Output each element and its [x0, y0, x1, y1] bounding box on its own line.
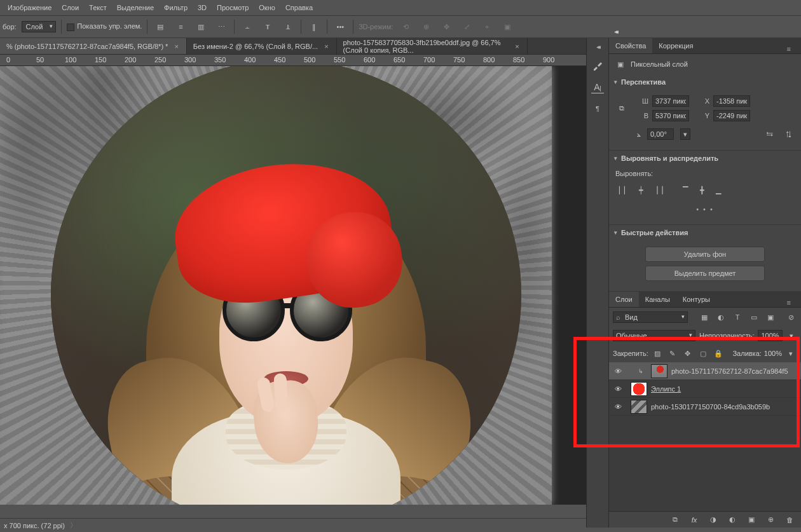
angle-input[interactable]: [647, 128, 674, 140]
tab-corrections[interactable]: Коррекция: [652, 38, 699, 53]
menu-help[interactable]: Справка: [280, 1, 318, 14]
align-left-edges-icon[interactable]: ▏▏: [618, 184, 631, 196]
align-center-h-icon[interactable]: ≡: [173, 19, 188, 34]
auto-select-dropdown[interactable]: Слой: [22, 21, 57, 32]
angle-dropdown-icon[interactable]: ▾: [680, 128, 690, 140]
close-icon[interactable]: ×: [514, 43, 520, 50]
layer-name[interactable]: photo-1571175762712-87cac7a984f5: [671, 367, 801, 375]
align-h-centers-icon[interactable]: ┿: [634, 184, 647, 196]
close-icon[interactable]: ×: [323, 43, 329, 50]
flip-horizontal-icon[interactable]: ⮀: [763, 128, 776, 140]
layer-name[interactable]: Эллипс 1: [651, 385, 801, 393]
menu-view[interactable]: Просмотр: [212, 1, 254, 14]
new-layer-icon[interactable]: ⊕: [764, 514, 777, 526]
3d-camera-icon: ▣: [500, 19, 515, 34]
layer-mask-icon[interactable]: ◑: [707, 514, 720, 526]
align-top-edges-icon[interactable]: ▔: [679, 184, 692, 196]
filter-image-icon[interactable]: ▦: [698, 311, 711, 324]
align-right-edges-icon[interactable]: ▕▕: [651, 184, 664, 196]
opacity-dropdown-icon[interactable]: ▾: [786, 329, 797, 342]
filter-shape-icon[interactable]: ▭: [748, 311, 760, 324]
filter-smart-icon[interactable]: ▣: [764, 311, 777, 324]
remove-background-button[interactable]: Удалить фон: [645, 247, 765, 262]
y-input[interactable]: [713, 110, 750, 121]
visibility-icon[interactable]: 👁: [609, 385, 627, 393]
menu-layers[interactable]: Слои: [57, 1, 84, 14]
doc-tab-1[interactable]: % (photo-1571175762712-87cac7a984f5, RGB…: [0, 38, 187, 54]
layer-row[interactable]: 👁 Эллипс 1: [609, 380, 801, 398]
align-top-icon[interactable]: ⫠: [240, 19, 255, 34]
align-bottom-icon[interactable]: ⫫: [280, 19, 296, 34]
layer-row[interactable]: 👁 photo-1530177150700-84cd9a3b059b: [609, 398, 801, 416]
select-subject-button[interactable]: Выделить предмет: [645, 266, 765, 281]
lock-position-icon[interactable]: ✥: [681, 347, 694, 360]
selection-label: бор:: [3, 23, 17, 31]
group-icon[interactable]: ▣: [745, 514, 758, 526]
link-wh-icon[interactable]: ⧉: [615, 102, 628, 115]
flip-vertical-icon[interactable]: ⮁: [782, 128, 795, 140]
show-controls-checkbox[interactable]: Показать упр. элем.: [67, 22, 142, 31]
section-align[interactable]: Выровнять и распределить: [609, 151, 801, 166]
close-icon[interactable]: ×: [173, 43, 179, 50]
opacity-input[interactable]: 100%: [758, 330, 782, 341]
menu-image[interactable]: Изображение: [3, 1, 57, 14]
menu-window[interactable]: Окно: [254, 1, 280, 14]
lock-pixels-icon[interactable]: ✎: [666, 347, 679, 360]
x-input[interactable]: [713, 95, 750, 107]
panel-collapse-icon[interactable]: ◂◂: [614, 28, 617, 35]
section-perspective[interactable]: Перспектива: [609, 74, 801, 90]
fill-input[interactable]: 100%: [764, 350, 782, 357]
filter-adjust-icon[interactable]: ◐: [715, 311, 727, 324]
dock-collapse-icon[interactable]: ◂◂: [596, 43, 599, 50]
align-bottom-edges-icon[interactable]: ▁: [712, 184, 725, 196]
fill-dropdown-icon[interactable]: ▾: [784, 347, 797, 360]
panel-menu-icon[interactable]: ≡: [781, 295, 797, 310]
align-v-centers-icon[interactable]: ╋: [695, 184, 708, 196]
paragraph-panel-icon[interactable]: ¶: [591, 102, 604, 115]
tab-properties[interactable]: Свойства: [609, 38, 652, 53]
menu-select[interactable]: Выделение: [112, 1, 159, 14]
layer-name[interactable]: photo-1530177150700-84cd9a3b059b: [651, 403, 801, 411]
delete-layer-icon[interactable]: 🗑: [783, 514, 796, 526]
layer-row[interactable]: 👁 ↳ photo-1571175762712-87cac7a984f5: [609, 362, 801, 380]
3d-mode-label: 3D-режим:: [359, 23, 393, 31]
filter-text-icon[interactable]: T: [731, 311, 744, 324]
align-right-icon[interactable]: ▥: [193, 19, 209, 34]
more-options-icon[interactable]: • • •: [615, 200, 795, 218]
panel-menu-icon[interactable]: ≡: [781, 41, 797, 57]
link-layers-icon[interactable]: ⧉: [669, 514, 681, 526]
width-input[interactable]: [652, 95, 689, 107]
menu-3d[interactable]: 3D: [193, 1, 212, 14]
blend-mode-dropdown[interactable]: Обычные: [613, 330, 695, 341]
menu-text[interactable]: Текст: [84, 1, 112, 14]
tab-paths[interactable]: Контуры: [676, 292, 716, 307]
layer-thumbnail[interactable]: [631, 400, 647, 414]
lock-transparency-icon[interactable]: ▨: [651, 347, 664, 360]
layer-thumbnail[interactable]: [631, 382, 647, 396]
doc-tab-2[interactable]: Без имени-2 @ 66,7% (Слой 8, RGB/...×: [187, 38, 337, 54]
layer-thumbnail[interactable]: [651, 364, 668, 378]
more-icon[interactable]: •••: [332, 19, 348, 34]
character-panel-icon[interactable]: A|: [591, 81, 604, 93]
distribute-v-icon[interactable]: ‖: [306, 19, 322, 34]
brush-panel-icon[interactable]: [591, 59, 604, 72]
visibility-icon[interactable]: 👁: [609, 367, 627, 375]
height-input[interactable]: [652, 110, 689, 121]
align-left-icon[interactable]: ▤: [153, 19, 168, 34]
lock-all-icon[interactable]: 🔒: [712, 347, 725, 360]
layer-filter-dropdown[interactable]: Вид: [613, 311, 688, 323]
document-canvas[interactable]: [0, 66, 552, 505]
adjustment-layer-icon[interactable]: ◐: [726, 514, 739, 526]
distribute-icon[interactable]: ⋯: [214, 19, 229, 34]
lock-artboard-icon[interactable]: ▢: [697, 347, 709, 360]
status-arrow-icon[interactable]: 〉: [70, 521, 77, 530]
menu-filter[interactable]: Фильтр: [159, 1, 193, 14]
layer-fx-icon[interactable]: fx: [688, 514, 701, 526]
doc-tab-3[interactable]: photo-1575837705830-3fb219be0ddf.jpg @ 6…: [337, 38, 528, 54]
align-center-v-icon[interactable]: ⫪: [260, 19, 275, 34]
tab-layers[interactable]: Слои: [609, 292, 639, 307]
tab-channels[interactable]: Каналы: [639, 292, 676, 307]
filter-toggle-icon[interactable]: ⊘: [784, 311, 797, 324]
visibility-icon[interactable]: 👁: [609, 403, 627, 411]
section-quick-actions[interactable]: Быстрые действия: [609, 225, 801, 240]
